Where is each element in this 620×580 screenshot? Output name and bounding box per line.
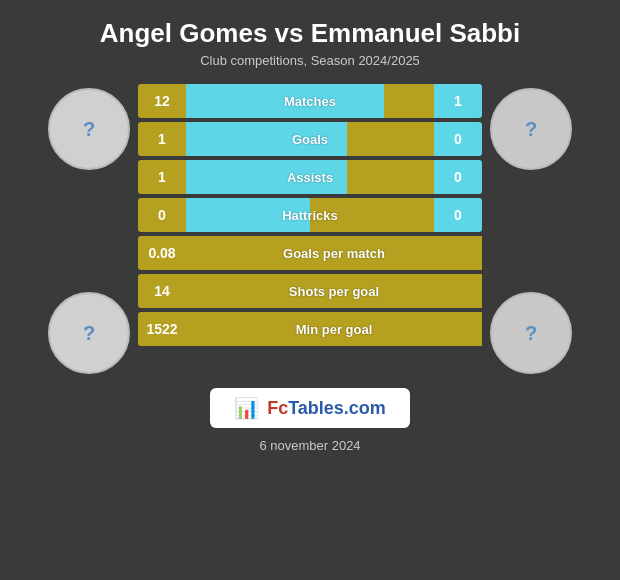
stat-label-text: Assists: [287, 170, 333, 185]
stat-row: 0.08Goals per match: [138, 236, 482, 270]
stats-col: 12Matches11Goals01Assists00Hattricks00.0…: [130, 84, 490, 346]
stat-right-value: 1: [434, 84, 482, 118]
stat-row: 1Goals0: [138, 122, 482, 156]
right-avatar-bottom-icon: ?: [525, 322, 537, 345]
stat-right-value: 0: [434, 122, 482, 156]
stat-label-text: Shots per goal: [289, 284, 379, 299]
stat-right-value: 0: [434, 198, 482, 232]
stat-row: 12Matches1: [138, 84, 482, 118]
logo-text: FcTables.com: [267, 398, 386, 419]
stat-row: 0Hattricks0: [138, 198, 482, 232]
fctables-icon: 📊: [234, 396, 259, 420]
right-avatar-top: ?: [490, 88, 572, 170]
logo-area: 📊 FcTables.com: [210, 388, 410, 428]
stat-left-value: 12: [138, 84, 186, 118]
left-avatar-top-icon: ?: [83, 118, 95, 141]
stat-left-value: 0.08: [138, 236, 186, 270]
date-text: 6 november 2024: [259, 438, 360, 453]
right-avatar-top-icon: ?: [525, 118, 537, 141]
stat-left-value: 14: [138, 274, 186, 308]
stat-label-bar: Hattricks: [186, 198, 434, 232]
right-avatar-bottom: ?: [490, 292, 572, 374]
stat-label-text: Min per goal: [296, 322, 373, 337]
stat-label-text: Goals: [292, 132, 328, 147]
stat-row: 14Shots per goal: [138, 274, 482, 308]
page-wrapper: Angel Gomes vs Emmanuel Sabbi Club compe…: [0, 0, 620, 580]
page-title: Angel Gomes vs Emmanuel Sabbi: [100, 18, 520, 49]
left-avatar-bottom: ?: [48, 292, 130, 374]
left-player-col: ? ?: [48, 84, 130, 374]
stat-row: 1522Min per goal: [138, 312, 482, 346]
comparison-area: ? ? 12Matches11Goals01Assists00Hattricks…: [10, 84, 610, 374]
stat-label-text: Matches: [284, 94, 336, 109]
stat-left-value: 1: [138, 122, 186, 156]
stat-row: 1Assists0: [138, 160, 482, 194]
stat-right-value: 0: [434, 160, 482, 194]
stat-label-bar: Matches: [186, 84, 434, 118]
stat-label-text: Goals per match: [283, 246, 385, 261]
stat-left-value: 0: [138, 198, 186, 232]
stat-left-value: 1: [138, 160, 186, 194]
left-avatar-top: ?: [48, 88, 130, 170]
stat-label-bar: Goals per match: [186, 236, 482, 270]
stat-label-text: Hattricks: [282, 208, 338, 223]
page-subtitle: Club competitions, Season 2024/2025: [200, 53, 420, 68]
stat-label-bar: Min per goal: [186, 312, 482, 346]
stat-label-bar: Assists: [186, 160, 434, 194]
stat-label-bar: Shots per goal: [186, 274, 482, 308]
left-avatar-bottom-icon: ?: [83, 322, 95, 345]
right-player-col: ? ?: [490, 84, 572, 374]
stat-label-bar: Goals: [186, 122, 434, 156]
stat-left-value: 1522: [138, 312, 186, 346]
